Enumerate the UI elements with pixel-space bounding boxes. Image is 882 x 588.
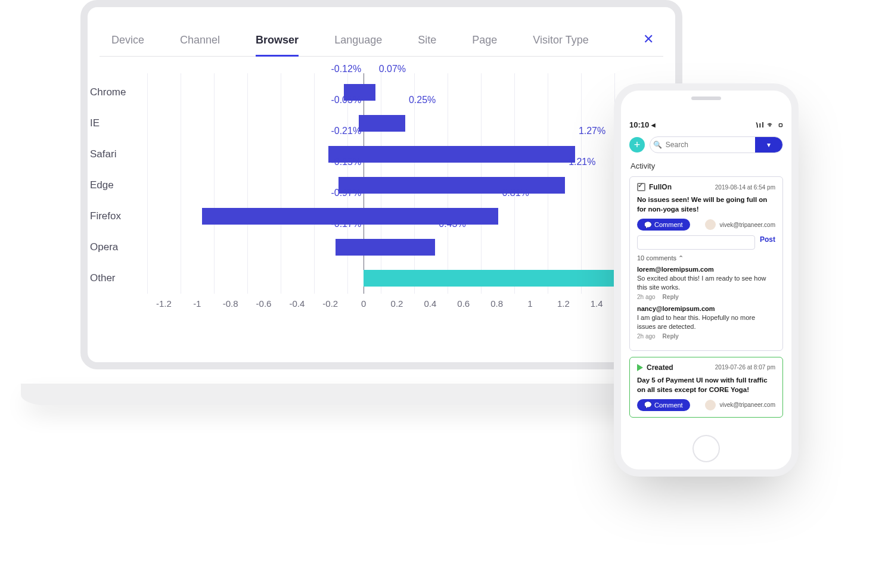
tab-visitor-type[interactable]: Visitor Type <box>533 34 588 51</box>
chart-value-label: 0.07% <box>379 64 406 74</box>
card-text: Day 5 of Payment UI now with full traffi… <box>637 375 775 394</box>
comment-thread-item: nancy@loremipsum.com I am glad to hear t… <box>637 305 775 340</box>
chart-category: Other <box>90 272 141 284</box>
chart-value-label: -0.15% <box>331 157 361 167</box>
filter-button[interactable]: ▾ <box>755 137 782 153</box>
tab-device[interactable]: Device <box>111 34 144 51</box>
chart-value-label: -0.17% <box>331 219 361 229</box>
reply-link[interactable]: Reply <box>663 294 679 300</box>
chart-category: Firefox <box>90 210 141 222</box>
card-text: No issues seen! We will be going full on… <box>637 195 775 214</box>
play-icon <box>637 364 643 371</box>
chart-value-label: 0.43% <box>439 219 465 229</box>
chart-category: Opera <box>90 241 141 253</box>
expand-comments[interactable]: 10 comments ⌃ <box>637 254 775 262</box>
chart-xtick: 1 <box>527 298 532 309</box>
chart-bar-neg <box>336 239 364 256</box>
search-icon: 🔍 <box>650 141 666 149</box>
chart-value-label: 1.27% <box>579 126 605 136</box>
browser-chart: Chrome-0.12%0.07%IE-0.03%0.25%Safari-0.2… <box>100 57 663 318</box>
chart-value-label: -0.21% <box>331 126 361 136</box>
chart-xtick: 0.8 <box>490 298 503 309</box>
search-box: 🔍 ▾ <box>650 136 783 153</box>
card-author: vivek@tripaneer.com <box>705 219 775 230</box>
comment-input[interactable] <box>637 235 755 250</box>
chart-category: Edge <box>90 179 141 191</box>
card-title: FullOn <box>649 183 672 191</box>
add-button[interactable]: + <box>629 137 645 153</box>
filter-icon: ▾ <box>767 141 771 149</box>
chart-bar-pos <box>364 115 405 132</box>
chart-bar-pos <box>364 239 435 256</box>
chart-category: IE <box>90 117 141 129</box>
chart-xtick: 1.2 <box>557 298 570 309</box>
activity-card-created: Created 2019-07-26 at 8:07 pm Day 5 of P… <box>629 357 783 418</box>
chart-category: Safari <box>90 148 141 160</box>
chart-xtick: 1.4 <box>591 298 603 309</box>
tab-channel[interactable]: Channel <box>180 34 220 51</box>
comment-thread-item: lorem@loremipsum.com So excited about th… <box>637 266 775 300</box>
chart-bar-pos <box>364 146 575 163</box>
chart-xtick: 0.2 <box>391 298 403 309</box>
laptop-mockup: Device Channel Browser Language Site Pag… <box>80 0 682 405</box>
comment-button[interactable]: Comment <box>637 399 690 411</box>
reply-link[interactable]: Reply <box>663 333 679 340</box>
chart-value-label: -0.12% <box>331 64 361 74</box>
avatar <box>705 400 716 410</box>
tab-page[interactable]: Page <box>472 34 497 51</box>
report-tabs: Device Channel Browser Language Site Pag… <box>100 34 663 57</box>
chart-bar-pos <box>364 84 375 101</box>
chart-category: Chrome <box>90 86 141 98</box>
laptop-screen: Device Channel Browser Language Site Pag… <box>80 0 682 369</box>
card-timestamp: 2019-07-26 at 8:07 pm <box>715 364 775 371</box>
tab-browser[interactable]: Browser <box>256 34 299 57</box>
chart-xtick: 0 <box>361 298 366 309</box>
chart-xtick: -1.2 <box>156 298 172 309</box>
post-button[interactable]: Post <box>760 235 775 250</box>
chart-xtick: -0.6 <box>256 298 272 309</box>
status-time: 10:10 ◂ <box>629 120 656 129</box>
chart-value-label: 0.25% <box>409 95 436 105</box>
section-title: Activity <box>631 161 783 170</box>
comment-button[interactable]: Comment <box>637 219 690 231</box>
chart-bar-pos <box>364 177 565 194</box>
card-title: Created <box>647 363 673 372</box>
chart-value-label: -0.03% <box>331 95 361 105</box>
chart-xtick: -0.4 <box>289 298 305 309</box>
chart-xtick: -0.2 <box>322 298 338 309</box>
status-icons: ۱ıl ᯤ ▢ <box>755 120 783 129</box>
activity-card-fullon: FullOn 2019-08-14 at 6:54 pm No issues s… <box>629 176 783 351</box>
close-icon[interactable]: ✕ <box>643 32 654 47</box>
chart-xtick: 0.6 <box>457 298 470 309</box>
home-button[interactable] <box>692 435 720 462</box>
chart-xtick: -1 <box>193 298 201 309</box>
check-icon <box>637 183 645 191</box>
tab-language[interactable]: Language <box>334 34 382 51</box>
phone-mockup: 10:10 ◂ ۱ıl ᯤ ▢ + 🔍 ▾ Activity FullOn 20… <box>614 83 799 477</box>
status-bar: 10:10 ◂ ۱ıl ᯤ ▢ <box>629 120 783 129</box>
search-input[interactable] <box>666 141 755 149</box>
chart-xtick: 0.4 <box>424 298 436 309</box>
card-author: vivek@tripaneer.com <box>705 400 775 410</box>
chart-value-label: -0.97% <box>331 188 361 198</box>
tab-site[interactable]: Site <box>418 34 436 51</box>
phone-speaker <box>691 97 721 100</box>
chart-xtick: -0.8 <box>223 298 238 309</box>
chart-value-label: 1.21% <box>569 157 595 167</box>
chart-bar-pos <box>364 208 498 225</box>
card-timestamp: 2019-08-14 at 6:54 pm <box>715 184 775 191</box>
avatar <box>705 219 716 230</box>
chart-value-label: 0.81% <box>502 188 529 198</box>
